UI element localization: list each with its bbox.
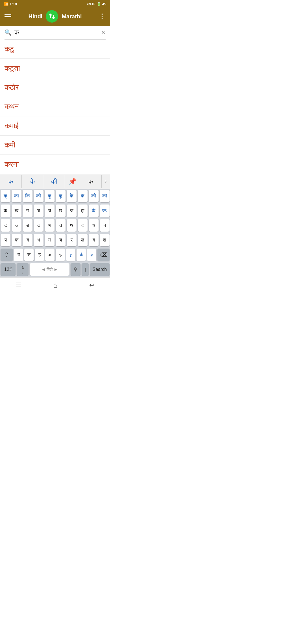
key-ki-short[interactable]: कि <box>23 190 32 202</box>
lte-label: VoLTE <box>87 3 95 6</box>
key-jha[interactable]: झ <box>78 204 88 217</box>
battery-level: 45 <box>102 2 106 6</box>
keyboard: क् का कि की कु कू के कै को कौ क ख ग घ च … <box>0 189 110 277</box>
key-k-halant[interactable]: क् <box>1 190 10 202</box>
clear-search-button[interactable]: ✕ <box>101 29 106 36</box>
keyboard-suggestion-row: क के की 📌 क › <box>0 174 110 189</box>
key-la[interactable]: ल <box>78 234 88 246</box>
key-ga[interactable]: ग <box>23 204 32 217</box>
key-ku-long[interactable]: कू <box>56 190 66 202</box>
key-sa[interactable]: स <box>24 249 34 261</box>
key-da-retro[interactable]: ड <box>23 219 32 232</box>
key-sha-retro[interactable]: ष <box>14 249 23 261</box>
backspace-key[interactable]: ⌫ <box>97 249 110 261</box>
mic-key[interactable]: 🎙 <box>71 263 80 276</box>
key-tra[interactable]: त्र <box>56 249 65 261</box>
nav-home-button[interactable]: ⌂ <box>53 281 58 289</box>
key-na-retro[interactable]: ण <box>45 219 55 232</box>
key-ma[interactable]: म <box>45 234 55 246</box>
suggest-more-k[interactable]: क <box>80 175 102 188</box>
time-display: 1:19 <box>10 2 17 6</box>
key-ta-retro[interactable]: ट <box>1 219 10 232</box>
key-bha[interactable]: भ <box>34 234 43 246</box>
menu-button[interactable] <box>5 14 11 18</box>
key-ksha[interactable]: क्ष <box>45 249 55 261</box>
source-language: Hindi <box>28 13 42 20</box>
key-ja[interactable]: ज <box>67 204 77 217</box>
numpad-key[interactable]: 12# <box>1 263 16 276</box>
keyboard-row-2: क ख ग घ च छ ज झ कं कः <box>0 203 110 218</box>
app-header: Hindi Marathi ⋮ <box>0 8 110 26</box>
suggest-ke[interactable]: के <box>22 175 43 188</box>
key-pa[interactable]: प <box>1 234 10 246</box>
word-list: कटु कटुता कठोर कथन कमाई कमी करना <box>0 40 110 174</box>
key-ka-plain[interactable]: क <box>1 204 10 217</box>
key-dha[interactable]: ध <box>89 219 99 232</box>
key-ya[interactable]: य <box>56 234 66 246</box>
list-item[interactable]: कटुता <box>0 59 110 78</box>
key-ki-long[interactable]: की <box>34 190 43 202</box>
list-item[interactable]: कमी <box>0 136 110 155</box>
status-bar: 📶 1:19 VoLTE 🔋 45 <box>0 0 110 8</box>
suggest-ki[interactable]: की <box>43 175 65 188</box>
list-item[interactable]: करना <box>0 155 110 174</box>
key-kha[interactable]: ख <box>12 204 21 217</box>
key-gha[interactable]: घ <box>34 204 43 217</box>
swap-languages-button[interactable] <box>46 10 58 23</box>
key-ka[interactable]: का <box>12 190 21 202</box>
keyboard-row-5: ⇧ ष स ह क्ष त्र कृ कँ क़ ⌫ <box>0 247 110 262</box>
key-tha[interactable]: थ <box>67 219 77 232</box>
nav-menu-button[interactable]: ☰ <box>16 282 21 289</box>
key-kri[interactable]: कृ <box>66 249 75 261</box>
key-ba[interactable]: ब <box>23 234 32 246</box>
key-da[interactable]: द <box>78 219 88 232</box>
key-dha-retro[interactable]: ढ <box>34 219 43 232</box>
key-sha[interactable]: श <box>100 234 110 246</box>
nav-back-button[interactable]: ↩ <box>89 282 94 289</box>
battery-icon: 🔋 <box>97 2 101 6</box>
key-chha[interactable]: छ <box>56 204 66 217</box>
key-kan[interactable]: कं <box>89 204 99 217</box>
list-item[interactable]: कठोर <box>0 78 110 97</box>
more-options-button[interactable]: ⋮ <box>99 13 106 20</box>
key-kah[interactable]: कः <box>100 204 110 217</box>
nav-bar: ☰ ⌂ ↩ <box>0 277 110 292</box>
key-va[interactable]: व <box>89 234 99 246</box>
search-key[interactable]: Search <box>90 263 110 276</box>
key-kai[interactable]: कै <box>78 190 88 202</box>
key-pha[interactable]: फ <box>12 234 21 246</box>
status-left: 📶 1:19 <box>4 2 17 6</box>
key-ko[interactable]: को <box>89 190 99 202</box>
pipe-key[interactable]: । <box>82 263 89 276</box>
target-language: Marathi <box>62 13 82 20</box>
key-ha[interactable]: ह <box>35 249 44 261</box>
key-cha[interactable]: च <box>45 204 55 217</box>
lang-toggle-key[interactable]: a , <box>17 263 29 276</box>
list-item[interactable]: कथन <box>0 97 110 116</box>
keyboard-bottom-row: 12# a , ◄ हिंदी ► 🎙 । Search <box>0 262 110 277</box>
list-item[interactable]: कटु <box>0 40 110 59</box>
search-icon: 🔍 <box>5 29 12 36</box>
header-center: Hindi Marathi <box>28 10 82 23</box>
suggest-more-arrow[interactable]: › <box>102 178 110 185</box>
keyboard-row-1: क् का कि की कु कू के कै को कौ <box>0 189 110 203</box>
key-kau[interactable]: कौ <box>100 190 110 202</box>
keyboard-row-3: ट ठ ड ढ ण त थ द ध न <box>0 218 110 233</box>
status-right: VoLTE 🔋 45 <box>87 2 106 6</box>
suggest-ka[interactable]: क <box>0 175 22 188</box>
space-key[interactable]: ◄ हिंदी ► <box>30 263 69 276</box>
key-ke[interactable]: के <box>67 190 77 202</box>
list-item[interactable]: कमाई <box>0 116 110 136</box>
shift-key[interactable]: ⇧ <box>1 249 13 261</box>
pin-icon[interactable]: 📌 <box>65 178 80 185</box>
key-ra[interactable]: र <box>67 234 77 246</box>
key-na[interactable]: न <box>100 219 110 232</box>
key-ku-short[interactable]: कु <box>45 190 55 202</box>
key-kqa[interactable]: क़ <box>87 249 96 261</box>
key-ta[interactable]: त <box>56 219 66 232</box>
key-kcan[interactable]: कँ <box>77 249 86 261</box>
keyboard-row-4: प फ ब भ म य र ल व श <box>0 233 110 247</box>
signal-icon: 📶 <box>4 2 8 6</box>
search-input[interactable] <box>14 29 101 36</box>
key-tha-retro[interactable]: ठ <box>12 219 21 232</box>
